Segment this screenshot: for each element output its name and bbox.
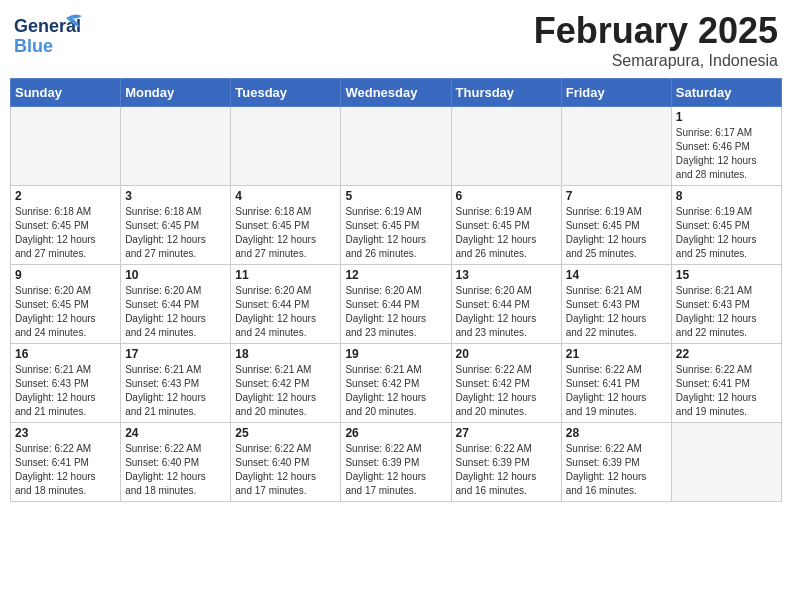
day-number: 28 bbox=[566, 426, 667, 440]
month-title: February 2025 bbox=[534, 10, 778, 52]
calendar-cell: 6Sunrise: 6:19 AM Sunset: 6:45 PM Daylig… bbox=[451, 186, 561, 265]
calendar-cell: 10Sunrise: 6:20 AM Sunset: 6:44 PM Dayli… bbox=[121, 265, 231, 344]
day-number: 23 bbox=[15, 426, 116, 440]
day-number: 17 bbox=[125, 347, 226, 361]
calendar-cell: 22Sunrise: 6:22 AM Sunset: 6:41 PM Dayli… bbox=[671, 344, 781, 423]
calendar-cell: 25Sunrise: 6:22 AM Sunset: 6:40 PM Dayli… bbox=[231, 423, 341, 502]
day-info: Sunrise: 6:21 AM Sunset: 6:43 PM Dayligh… bbox=[676, 284, 777, 340]
day-number: 14 bbox=[566, 268, 667, 282]
calendar-cell: 1Sunrise: 6:17 AM Sunset: 6:46 PM Daylig… bbox=[671, 107, 781, 186]
calendar-cell: 28Sunrise: 6:22 AM Sunset: 6:39 PM Dayli… bbox=[561, 423, 671, 502]
weekday-header-wednesday: Wednesday bbox=[341, 79, 451, 107]
day-info: Sunrise: 6:22 AM Sunset: 6:41 PM Dayligh… bbox=[676, 363, 777, 419]
day-number: 24 bbox=[125, 426, 226, 440]
calendar-cell bbox=[121, 107, 231, 186]
calendar-cell bbox=[11, 107, 121, 186]
day-info: Sunrise: 6:19 AM Sunset: 6:45 PM Dayligh… bbox=[345, 205, 446, 261]
calendar-cell: 3Sunrise: 6:18 AM Sunset: 6:45 PM Daylig… bbox=[121, 186, 231, 265]
calendar-cell: 14Sunrise: 6:21 AM Sunset: 6:43 PM Dayli… bbox=[561, 265, 671, 344]
day-info: Sunrise: 6:20 AM Sunset: 6:44 PM Dayligh… bbox=[125, 284, 226, 340]
calendar-cell bbox=[671, 423, 781, 502]
day-number: 2 bbox=[15, 189, 116, 203]
day-info: Sunrise: 6:20 AM Sunset: 6:44 PM Dayligh… bbox=[456, 284, 557, 340]
calendar-cell: 4Sunrise: 6:18 AM Sunset: 6:45 PM Daylig… bbox=[231, 186, 341, 265]
day-number: 15 bbox=[676, 268, 777, 282]
day-number: 7 bbox=[566, 189, 667, 203]
svg-text:Blue: Blue bbox=[14, 36, 53, 56]
day-number: 20 bbox=[456, 347, 557, 361]
week-row-3: 9Sunrise: 6:20 AM Sunset: 6:45 PM Daylig… bbox=[11, 265, 782, 344]
page-header: General Blue February 2025 Semarapura, I… bbox=[10, 10, 782, 70]
day-info: Sunrise: 6:20 AM Sunset: 6:44 PM Dayligh… bbox=[235, 284, 336, 340]
calendar-cell: 13Sunrise: 6:20 AM Sunset: 6:44 PM Dayli… bbox=[451, 265, 561, 344]
day-number: 10 bbox=[125, 268, 226, 282]
day-number: 16 bbox=[15, 347, 116, 361]
day-info: Sunrise: 6:22 AM Sunset: 6:39 PM Dayligh… bbox=[345, 442, 446, 498]
day-info: Sunrise: 6:21 AM Sunset: 6:43 PM Dayligh… bbox=[566, 284, 667, 340]
day-number: 8 bbox=[676, 189, 777, 203]
calendar-cell: 12Sunrise: 6:20 AM Sunset: 6:44 PM Dayli… bbox=[341, 265, 451, 344]
calendar-cell: 7Sunrise: 6:19 AM Sunset: 6:45 PM Daylig… bbox=[561, 186, 671, 265]
day-info: Sunrise: 6:21 AM Sunset: 6:43 PM Dayligh… bbox=[15, 363, 116, 419]
logo: General Blue bbox=[14, 10, 84, 64]
day-number: 22 bbox=[676, 347, 777, 361]
calendar-cell: 8Sunrise: 6:19 AM Sunset: 6:45 PM Daylig… bbox=[671, 186, 781, 265]
location: Semarapura, Indonesia bbox=[534, 52, 778, 70]
day-info: Sunrise: 6:22 AM Sunset: 6:41 PM Dayligh… bbox=[15, 442, 116, 498]
day-info: Sunrise: 6:21 AM Sunset: 6:42 PM Dayligh… bbox=[345, 363, 446, 419]
calendar-cell: 20Sunrise: 6:22 AM Sunset: 6:42 PM Dayli… bbox=[451, 344, 561, 423]
title-block: February 2025 Semarapura, Indonesia bbox=[534, 10, 778, 70]
weekday-header-tuesday: Tuesday bbox=[231, 79, 341, 107]
day-number: 19 bbox=[345, 347, 446, 361]
weekday-header-thursday: Thursday bbox=[451, 79, 561, 107]
day-number: 25 bbox=[235, 426, 336, 440]
day-info: Sunrise: 6:21 AM Sunset: 6:43 PM Dayligh… bbox=[125, 363, 226, 419]
day-info: Sunrise: 6:22 AM Sunset: 6:42 PM Dayligh… bbox=[456, 363, 557, 419]
calendar-cell: 15Sunrise: 6:21 AM Sunset: 6:43 PM Dayli… bbox=[671, 265, 781, 344]
weekday-header-friday: Friday bbox=[561, 79, 671, 107]
weekday-header-row: SundayMondayTuesdayWednesdayThursdayFrid… bbox=[11, 79, 782, 107]
day-info: Sunrise: 6:22 AM Sunset: 6:39 PM Dayligh… bbox=[566, 442, 667, 498]
day-number: 26 bbox=[345, 426, 446, 440]
day-number: 3 bbox=[125, 189, 226, 203]
day-number: 6 bbox=[456, 189, 557, 203]
calendar-cell: 24Sunrise: 6:22 AM Sunset: 6:40 PM Dayli… bbox=[121, 423, 231, 502]
week-row-2: 2Sunrise: 6:18 AM Sunset: 6:45 PM Daylig… bbox=[11, 186, 782, 265]
day-number: 27 bbox=[456, 426, 557, 440]
logo-svg: General Blue bbox=[14, 10, 84, 60]
day-number: 11 bbox=[235, 268, 336, 282]
calendar-cell: 17Sunrise: 6:21 AM Sunset: 6:43 PM Dayli… bbox=[121, 344, 231, 423]
calendar-cell: 11Sunrise: 6:20 AM Sunset: 6:44 PM Dayli… bbox=[231, 265, 341, 344]
day-info: Sunrise: 6:19 AM Sunset: 6:45 PM Dayligh… bbox=[566, 205, 667, 261]
day-info: Sunrise: 6:20 AM Sunset: 6:45 PM Dayligh… bbox=[15, 284, 116, 340]
week-row-5: 23Sunrise: 6:22 AM Sunset: 6:41 PM Dayli… bbox=[11, 423, 782, 502]
calendar-cell: 27Sunrise: 6:22 AM Sunset: 6:39 PM Dayli… bbox=[451, 423, 561, 502]
day-number: 18 bbox=[235, 347, 336, 361]
day-number: 9 bbox=[15, 268, 116, 282]
day-info: Sunrise: 6:22 AM Sunset: 6:41 PM Dayligh… bbox=[566, 363, 667, 419]
calendar-cell: 9Sunrise: 6:20 AM Sunset: 6:45 PM Daylig… bbox=[11, 265, 121, 344]
day-number: 12 bbox=[345, 268, 446, 282]
week-row-1: 1Sunrise: 6:17 AM Sunset: 6:46 PM Daylig… bbox=[11, 107, 782, 186]
day-info: Sunrise: 6:18 AM Sunset: 6:45 PM Dayligh… bbox=[235, 205, 336, 261]
calendar-cell bbox=[561, 107, 671, 186]
day-info: Sunrise: 6:18 AM Sunset: 6:45 PM Dayligh… bbox=[125, 205, 226, 261]
calendar-cell: 16Sunrise: 6:21 AM Sunset: 6:43 PM Dayli… bbox=[11, 344, 121, 423]
day-info: Sunrise: 6:18 AM Sunset: 6:45 PM Dayligh… bbox=[15, 205, 116, 261]
calendar-cell: 26Sunrise: 6:22 AM Sunset: 6:39 PM Dayli… bbox=[341, 423, 451, 502]
day-number: 4 bbox=[235, 189, 336, 203]
calendar-cell bbox=[341, 107, 451, 186]
day-info: Sunrise: 6:20 AM Sunset: 6:44 PM Dayligh… bbox=[345, 284, 446, 340]
weekday-header-saturday: Saturday bbox=[671, 79, 781, 107]
calendar-table: SundayMondayTuesdayWednesdayThursdayFrid… bbox=[10, 78, 782, 502]
calendar-cell: 19Sunrise: 6:21 AM Sunset: 6:42 PM Dayli… bbox=[341, 344, 451, 423]
weekday-header-sunday: Sunday bbox=[11, 79, 121, 107]
day-number: 21 bbox=[566, 347, 667, 361]
day-info: Sunrise: 6:21 AM Sunset: 6:42 PM Dayligh… bbox=[235, 363, 336, 419]
day-info: Sunrise: 6:22 AM Sunset: 6:40 PM Dayligh… bbox=[125, 442, 226, 498]
day-number: 13 bbox=[456, 268, 557, 282]
day-info: Sunrise: 6:17 AM Sunset: 6:46 PM Dayligh… bbox=[676, 126, 777, 182]
day-number: 1 bbox=[676, 110, 777, 124]
calendar-cell bbox=[451, 107, 561, 186]
week-row-4: 16Sunrise: 6:21 AM Sunset: 6:43 PM Dayli… bbox=[11, 344, 782, 423]
